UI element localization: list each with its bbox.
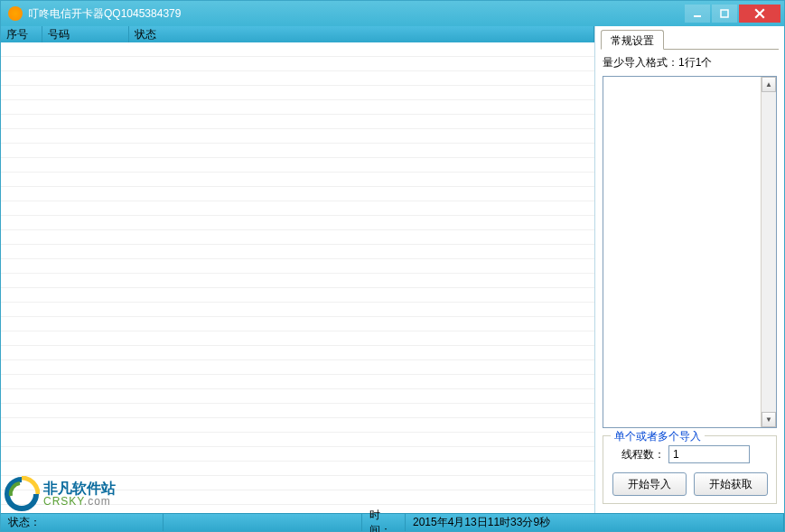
button-row: 开始导入 开始获取 bbox=[611, 472, 769, 496]
col-status[interactable]: 状态 bbox=[129, 26, 594, 42]
table-row bbox=[1, 57, 594, 71]
table-row bbox=[1, 129, 594, 144]
import-textarea[interactable]: ▲ ▼ bbox=[603, 76, 777, 428]
table-row bbox=[1, 433, 594, 447]
import-legend: 单个或者多个导入 bbox=[611, 429, 705, 444]
svg-rect-1 bbox=[721, 10, 728, 17]
table-row bbox=[1, 404, 594, 418]
table-row bbox=[1, 490, 594, 505]
app-window: 叮咚电信开卡器QQ1045384379 序号 号码 状态 bbox=[0, 0, 785, 532]
titlebar[interactable]: 叮咚电信开卡器QQ1045384379 bbox=[1, 1, 784, 26]
thread-row: 线程数： bbox=[611, 445, 769, 463]
table-row bbox=[1, 201, 594, 216]
table-row bbox=[1, 462, 594, 476]
app-icon bbox=[8, 6, 23, 21]
thread-label: 线程数： bbox=[621, 447, 665, 462]
table-row bbox=[1, 331, 594, 346]
table-row bbox=[1, 230, 594, 245]
close-button[interactable] bbox=[739, 5, 780, 23]
minimize-button[interactable] bbox=[685, 5, 710, 23]
start-import-button[interactable]: 开始导入 bbox=[612, 472, 687, 496]
tab-general[interactable]: 常规设置 bbox=[601, 30, 664, 50]
table-header: 序号 号码 状态 bbox=[1, 26, 594, 42]
table-body[interactable] bbox=[1, 42, 594, 513]
table-row bbox=[1, 216, 594, 230]
svg-line-3 bbox=[755, 9, 764, 18]
col-seq[interactable]: 序号 bbox=[1, 26, 42, 42]
table-row bbox=[1, 389, 594, 404]
start-fetch-button[interactable]: 开始获取 bbox=[694, 472, 768, 496]
time-label: 时间： bbox=[362, 514, 406, 531]
table-row bbox=[1, 346, 594, 360]
status-value bbox=[164, 514, 362, 531]
table-row bbox=[1, 259, 594, 274]
import-group: 单个或者多个导入 线程数： 开始导入 开始获取 bbox=[603, 435, 777, 504]
statusbar: 状态： 时间： 2015年4月13日11时33分9秒 bbox=[1, 513, 784, 531]
status-label: 状态： bbox=[1, 514, 164, 531]
window-title: 叮咚电信开卡器QQ1045384379 bbox=[28, 6, 685, 22]
table-row bbox=[1, 447, 594, 462]
format-hint: 量少导入格式：1行1个 bbox=[603, 55, 777, 70]
table-row bbox=[1, 173, 594, 187]
table-row bbox=[1, 476, 594, 490]
table-row bbox=[1, 303, 594, 317]
content-area: 序号 号码 状态 bbox=[1, 26, 784, 513]
table-row bbox=[1, 274, 594, 288]
table-row bbox=[1, 375, 594, 389]
maximize-button[interactable] bbox=[712, 5, 737, 23]
time-value: 2015年4月13日11时33分9秒 bbox=[406, 514, 784, 531]
scrollbar[interactable]: ▲ ▼ bbox=[761, 77, 776, 427]
tab-content: 量少导入格式：1行1个 ▲ ▼ 单个或者多个导入 线程数： 开始导入 bbox=[601, 50, 779, 509]
col-number[interactable]: 号码 bbox=[42, 26, 129, 42]
table-row bbox=[1, 288, 594, 303]
table-row bbox=[1, 144, 594, 158]
table-row bbox=[1, 86, 594, 100]
window-controls bbox=[685, 5, 780, 23]
table-row bbox=[1, 418, 594, 433]
tab-row: 常规设置 bbox=[601, 30, 779, 50]
table-row bbox=[1, 115, 594, 129]
scroll-up-icon[interactable]: ▲ bbox=[762, 77, 776, 92]
table-panel: 序号 号码 状态 bbox=[1, 26, 595, 513]
thread-input[interactable] bbox=[668, 445, 750, 463]
table-row bbox=[1, 245, 594, 259]
table-row bbox=[1, 187, 594, 201]
scroll-down-icon[interactable]: ▼ bbox=[762, 412, 776, 427]
table-row bbox=[1, 158, 594, 173]
table-row bbox=[1, 317, 594, 331]
table-row bbox=[1, 42, 594, 57]
settings-panel: 常规设置 量少导入格式：1行1个 ▲ ▼ 单个或者多个导入 线程数： bbox=[595, 26, 784, 513]
table-row bbox=[1, 71, 594, 86]
table-row bbox=[1, 360, 594, 375]
svg-line-2 bbox=[755, 9, 764, 18]
table-row bbox=[1, 100, 594, 115]
